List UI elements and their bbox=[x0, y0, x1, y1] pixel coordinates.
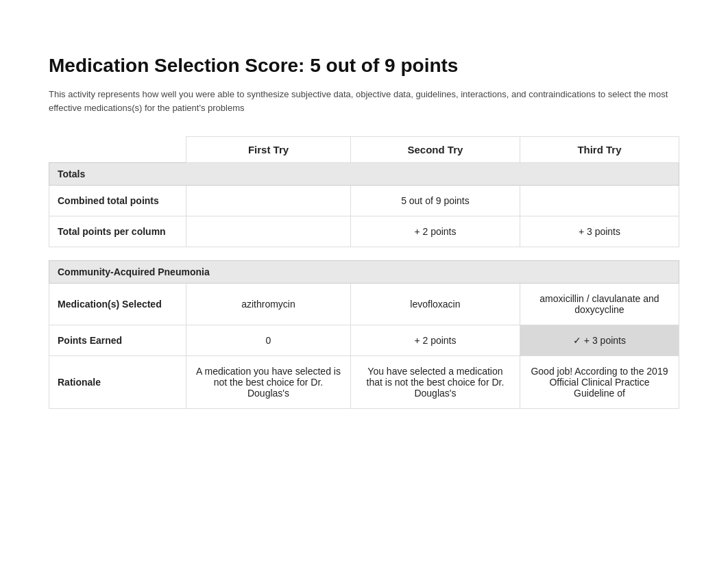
col-header-label bbox=[49, 137, 186, 163]
points-earned-second: + 2 points bbox=[350, 325, 520, 356]
combined-total-label: Combined total points bbox=[49, 186, 186, 216]
rationale-row: Rationale A medication you have selected… bbox=[49, 356, 679, 409]
points-earned-label: Points Earned bbox=[49, 325, 186, 356]
medications-selected-row: Medication(s) Selected azithromycin levo… bbox=[49, 284, 679, 325]
total-per-col-first bbox=[186, 216, 351, 247]
column-header-row: First Try Second Try Third Try bbox=[49, 137, 679, 163]
total-per-col-third: + 3 points bbox=[520, 216, 679, 247]
col-header-third: Third Try bbox=[520, 137, 679, 163]
combined-total-first bbox=[186, 186, 351, 216]
rationale-label: Rationale bbox=[49, 356, 186, 409]
total-per-col-second: + 2 points bbox=[350, 216, 520, 247]
points-earned-third: ✓ + 3 points bbox=[520, 325, 679, 356]
score-table: First Try Second Try Third Try Totals Co… bbox=[49, 136, 679, 409]
page-title: Medication Selection Score: 5 out of 9 p… bbox=[49, 55, 679, 77]
totals-label: Totals bbox=[49, 163, 679, 186]
combined-total-row: Combined total points 5 out of 9 points bbox=[49, 186, 679, 216]
rationale-second: You have selected a medication that is n… bbox=[350, 356, 520, 409]
points-earned-row: Points Earned 0 + 2 points ✓ + 3 points bbox=[49, 325, 679, 356]
total-per-col-label: Total points per column bbox=[49, 216, 186, 247]
col-header-second: Second Try bbox=[350, 137, 520, 163]
cap-label: Community-Acquired Pneumonia bbox=[49, 261, 679, 284]
totals-section-header: Totals bbox=[49, 163, 679, 186]
col-header-first: First Try bbox=[186, 137, 351, 163]
cap-section-header: Community-Acquired Pneumonia bbox=[49, 261, 679, 284]
combined-total-third bbox=[520, 186, 679, 216]
rationale-first: A medication you have selected is not th… bbox=[186, 356, 351, 409]
combined-total-second: 5 out of 9 points bbox=[350, 186, 520, 216]
medications-selected-third: amoxicillin / clavulanate and doxycyclin… bbox=[520, 284, 679, 325]
subtitle-text: This activity represents how well you we… bbox=[49, 88, 679, 114]
total-per-col-row: Total points per column + 2 points + 3 p… bbox=[49, 216, 679, 247]
spacer-row-1 bbox=[49, 247, 679, 261]
medications-selected-label: Medication(s) Selected bbox=[49, 284, 186, 325]
points-earned-first: 0 bbox=[186, 325, 351, 356]
medications-selected-first: azithromycin bbox=[186, 284, 351, 325]
medications-selected-second: levofloxacin bbox=[350, 284, 520, 325]
main-container: Medication Selection Score: 5 out of 9 p… bbox=[21, 55, 707, 409]
rationale-third: Good job! According to the 2019 Official… bbox=[520, 356, 679, 409]
